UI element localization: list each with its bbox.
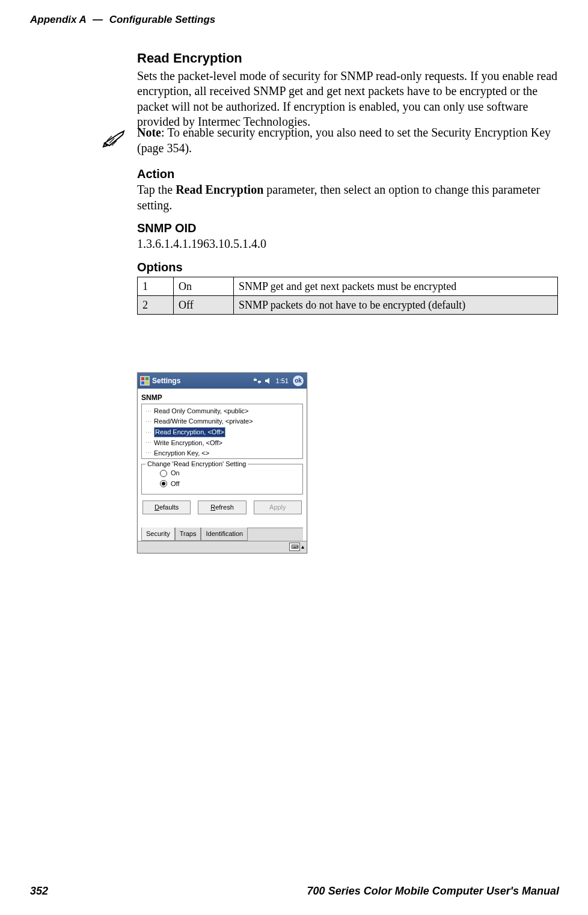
table-row: 1 On SNMP get and get next packets must …	[138, 277, 558, 295]
device-tabs: Security Traps Identification	[141, 528, 303, 541]
section-intro: Sets the packet-level mode of security f…	[137, 69, 558, 130]
device-bottombar: ⌨ ▴	[138, 541, 307, 553]
speaker-icon[interactable]	[264, 377, 272, 384]
device-titlebar: Settings 1:51 ok	[138, 373, 307, 389]
options-block: Options 1 On SNMP get and get next packe…	[137, 259, 558, 315]
svg-rect-4	[254, 379, 257, 381]
svg-rect-3	[145, 381, 149, 384]
page-header: Appendix A — Configurable Settings	[30, 13, 215, 27]
apply-button: Apply	[254, 501, 302, 514]
action-block: Action Tap the Read Encryption parameter…	[137, 166, 558, 213]
sip-arrow-icon[interactable]: ▴	[301, 543, 304, 551]
header-dash: —	[93, 14, 103, 25]
tree-item-read-only-community[interactable]: ⋯Read Only Community, <public>	[144, 406, 300, 416]
defaults-button[interactable]: Defaults	[142, 501, 191, 514]
radio-off-indicator[interactable]	[160, 480, 167, 487]
keyboard-icon[interactable]: ⌨	[289, 543, 300, 551]
refresh-button[interactable]: Refresh	[198, 501, 246, 514]
device-caption: SNMP	[141, 393, 303, 402]
snmp-tree[interactable]: ⋯Read Only Community, <public> ⋯Read/Wri…	[141, 404, 303, 459]
manual-title: 700 Series Color Mobile Computer User's …	[307, 884, 559, 898]
oid-title: SNMP OID	[137, 220, 558, 236]
radio-off[interactable]: Off	[160, 479, 299, 488]
device-screenshot: Settings 1:51 ok SNMP ⋯Read Only Communi…	[137, 372, 307, 553]
note-icon	[101, 128, 127, 149]
tab-identification[interactable]: Identification	[201, 528, 248, 541]
tree-item-encryption-key[interactable]: ⋯Encryption Key, <>	[144, 448, 300, 458]
action-text: Tap the Read Encryption parameter, then …	[137, 182, 558, 213]
fieldset-legend: Change 'Read Encryption' Setting	[145, 460, 248, 469]
action-title: Action	[137, 166, 558, 182]
svg-rect-2	[141, 381, 144, 384]
svg-rect-5	[258, 381, 261, 383]
options-title: Options	[137, 259, 558, 276]
device-title: Settings	[152, 376, 251, 386]
change-setting-group: Change 'Read Encryption' Setting On Off	[141, 464, 303, 494]
page-footer: 352 700 Series Color Mobile Computer Use…	[30, 884, 559, 898]
svg-rect-1	[145, 377, 149, 380]
tree-item-write-encryption[interactable]: ⋯Write Encryption, <Off>	[144, 438, 300, 448]
tree-item-read-encryption[interactable]: ⋯Read Encryption, <Off>	[144, 427, 300, 438]
ok-button[interactable]: ok	[292, 375, 304, 387]
oid-block: SNMP OID 1.3.6.1.4.1.1963.10.5.1.4.0	[137, 220, 558, 252]
tree-item-read-write-community[interactable]: ⋯Read/Write Community, <private>	[144, 416, 300, 427]
page-number: 352	[30, 884, 48, 898]
note-text: Note: To enable security encryption, you…	[137, 125, 558, 156]
oid-value: 1.3.6.1.4.1.1963.10.5.1.4.0	[137, 236, 558, 252]
radio-on-indicator[interactable]	[160, 470, 167, 477]
action-param: Read Encryption	[176, 183, 263, 196]
start-flag-icon[interactable]	[140, 376, 150, 386]
note-block: Note: To enable security encryption, you…	[101, 125, 558, 156]
connection-icon[interactable]	[253, 377, 262, 384]
options-table: 1 On SNMP get and get next packets must …	[137, 277, 558, 315]
header-section: Configurable Settings	[109, 14, 216, 25]
radio-on[interactable]: On	[160, 469, 299, 478]
tab-traps[interactable]: Traps	[175, 528, 201, 541]
svg-rect-0	[141, 377, 144, 380]
table-row: 2 Off SNMP packets do not have to be enc…	[138, 296, 558, 315]
appendix-label: Appendix A	[30, 14, 86, 25]
device-clock: 1:51	[276, 377, 289, 386]
tab-security[interactable]: Security	[141, 528, 175, 541]
section-title: Read Encryption	[137, 49, 558, 67]
